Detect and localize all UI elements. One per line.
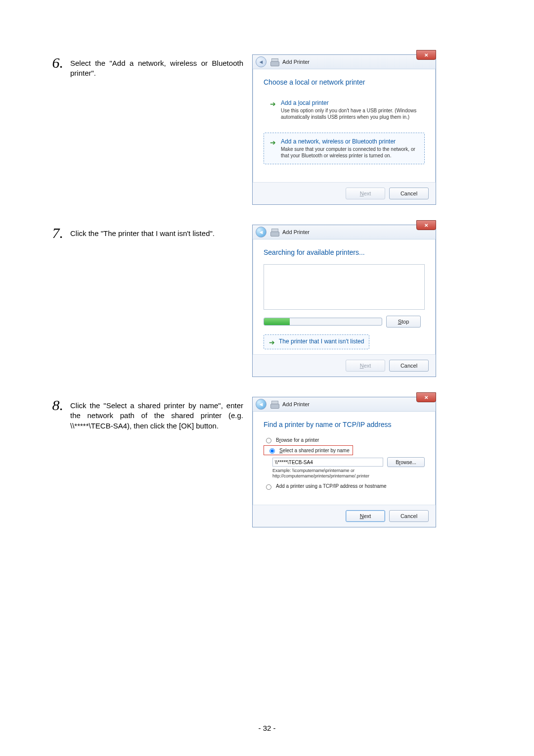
printer-results-list[interactable] xyxy=(264,264,425,310)
close-icon[interactable]: ✕ xyxy=(416,220,436,230)
radio-shared-by-name[interactable]: Select a shared printer by name xyxy=(267,447,350,454)
dialog-heading: Choose a local or network printer xyxy=(264,78,425,86)
close-icon[interactable]: ✕ xyxy=(416,392,436,402)
browse-button[interactable]: Browse... xyxy=(387,457,425,467)
printer-icon xyxy=(270,229,278,236)
option-desc: Use this option only if you don't have a… xyxy=(281,107,418,120)
cancel-button[interactable]: Cancel xyxy=(389,360,429,372)
dialog-title: Add Printer xyxy=(282,59,310,65)
document-page: 6. Select the "Add a network, wireless o… xyxy=(0,0,534,527)
stop-button[interactable]: Stop xyxy=(386,316,421,328)
step-6: 6. Select the "Add a network, wireless o… xyxy=(51,54,483,205)
step-number: 7. xyxy=(51,225,63,377)
dialog-find-printer: ✕ ◄ Add Printer Find a printer by name o… xyxy=(252,397,436,527)
step-number: 8. xyxy=(51,397,63,527)
progress-bar xyxy=(264,318,382,326)
step-number: 6. xyxy=(51,54,63,205)
step-text: Select the "Add a network, wireless or B… xyxy=(70,54,243,205)
option-title: Add a network, wireless or Bluetooth pri… xyxy=(281,138,418,145)
radio-tcpip[interactable]: Add a printer using a TCP/IP address or … xyxy=(264,483,425,490)
arrow-icon: ➔ xyxy=(270,139,276,159)
cancel-button[interactable]: Cancel xyxy=(389,510,429,522)
step-text: Click the "Select a shared printer by na… xyxy=(70,397,243,527)
radio-input[interactable] xyxy=(269,448,275,454)
example-text: Example: \\computername\printername or h… xyxy=(272,468,425,479)
next-button[interactable]: Next xyxy=(346,510,385,522)
next-button[interactable]: Next xyxy=(346,188,385,199)
dialog-heading: Searching for available printers... xyxy=(264,248,425,256)
back-icon[interactable]: ◄ xyxy=(256,227,267,237)
link-printer-not-listed[interactable]: ➔ The printer that I want isn't listed xyxy=(264,334,369,349)
option-desc: Make sure that your computer is connecte… xyxy=(281,146,418,159)
printer-icon xyxy=(270,58,278,65)
cancel-button[interactable]: Cancel xyxy=(389,188,429,199)
step-8: 8. Click the "Select a shared printer by… xyxy=(51,397,483,527)
close-icon[interactable]: ✕ xyxy=(416,50,436,60)
highlight-box: Select a shared printer by name xyxy=(264,445,353,455)
step-text: Click the "The printer that I want isn't… xyxy=(70,225,243,377)
arrow-icon: ➔ xyxy=(269,339,275,346)
link-label: The printer that I want isn't listed xyxy=(279,338,364,346)
back-icon[interactable]: ◄ xyxy=(256,56,267,67)
back-icon[interactable]: ◄ xyxy=(256,399,267,410)
arrow-icon: ➔ xyxy=(270,100,276,120)
dialog-add-printer-choose: ✕ ◄ Add Printer Choose a local or networ… xyxy=(252,54,436,205)
option-add-network[interactable]: ➔ Add a network, wireless or Bluetooth p… xyxy=(264,133,425,164)
dialog-title: Add Printer xyxy=(282,401,310,407)
radio-input[interactable] xyxy=(266,438,271,443)
radio-browse[interactable]: Browse for a printer xyxy=(264,436,425,443)
printer-icon xyxy=(270,401,278,408)
option-title: Add a local printer xyxy=(281,99,418,106)
next-button[interactable]: Next xyxy=(346,360,385,372)
dialog-searching-printers: ✕ ◄ Add Printer Searching for available … xyxy=(252,225,436,377)
dialog-title: Add Printer xyxy=(282,229,310,235)
option-add-local[interactable]: ➔ Add a local printer Use this option on… xyxy=(264,94,425,126)
printer-path-input[interactable] xyxy=(272,458,383,467)
step-7: 7. Click the "The printer that I want is… xyxy=(51,225,483,377)
dialog-heading: Find a printer by name or TCP/IP address xyxy=(264,421,425,428)
radio-input[interactable] xyxy=(266,484,271,490)
page-number: - 32 - xyxy=(0,724,534,732)
